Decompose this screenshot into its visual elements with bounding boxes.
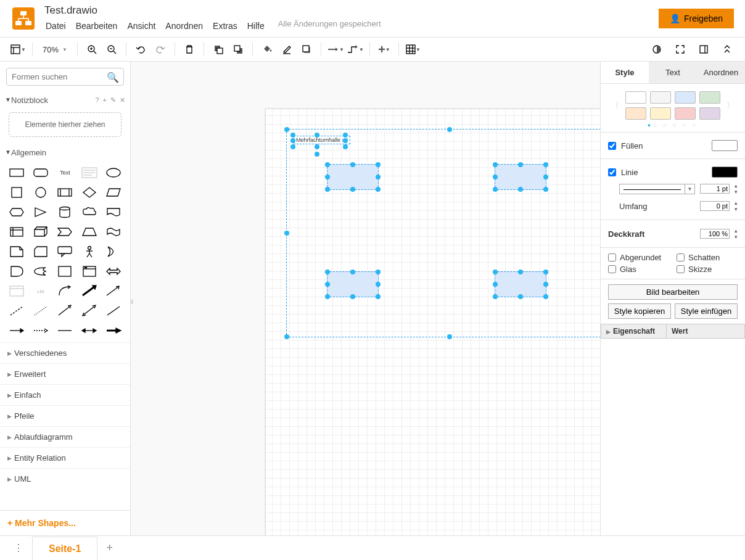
selected-shape-1[interactable] xyxy=(327,164,379,190)
menu-anordnen[interactable]: Anordnen xyxy=(162,19,209,33)
shape-actor[interactable] xyxy=(78,242,101,261)
swatch-purple[interactable] xyxy=(699,107,720,120)
shape-line-plain[interactable] xyxy=(102,302,125,320)
shape-biarrow-thin[interactable] xyxy=(78,302,101,320)
shape-rounded[interactable] xyxy=(29,163,52,182)
shape-ellipse[interactable] xyxy=(102,163,125,182)
shape-conn1[interactable] xyxy=(5,321,28,340)
connection-icon[interactable]: ▼ xyxy=(326,40,345,59)
fill-color-chip[interactable] xyxy=(712,140,738,151)
menu-ansicht[interactable]: Ansicht xyxy=(123,19,162,33)
shape-document[interactable] xyxy=(102,203,125,221)
shape-line-thin[interactable] xyxy=(54,302,76,320)
shape-line-dash[interactable] xyxy=(5,302,28,320)
insert-icon[interactable]: +▼ xyxy=(375,40,393,59)
zoom-out-icon[interactable] xyxy=(102,40,121,59)
format-panel-icon[interactable] xyxy=(694,40,713,59)
shape-card[interactable] xyxy=(29,242,52,261)
palette-general[interactable]: ▼Allgemein xyxy=(0,144,130,161)
search-icon[interactable]: 🔍 xyxy=(107,72,119,83)
shape-tape[interactable] xyxy=(102,223,125,241)
more-shapes-button[interactable]: + Mehr Shapes... xyxy=(0,510,130,535)
shape-conn2[interactable] xyxy=(29,321,52,340)
cat-entity[interactable]: ▶Entity Relation xyxy=(0,447,130,468)
edit-image-button[interactable]: Bild bearbeiten xyxy=(608,284,738,300)
shape-arrow-bi[interactable] xyxy=(102,262,125,281)
swatch-pager[interactable]: ●○ ○ ○ ○ ○ xyxy=(601,122,745,132)
paste-style-button[interactable]: Style einfügen xyxy=(675,303,738,319)
scratch-help-icon[interactable]: ? xyxy=(95,96,99,104)
shape-diamond[interactable] xyxy=(78,183,101,202)
swatch-orange[interactable] xyxy=(625,107,646,120)
theme-icon[interactable] xyxy=(648,40,666,59)
tab-arrange[interactable]: Anordnen xyxy=(697,62,745,83)
swatch-yellow[interactable] xyxy=(650,107,671,120)
waypoint-icon[interactable]: ▼ xyxy=(346,40,364,59)
property-table-header[interactable]: ▶Eigenschaft Wert xyxy=(601,324,745,339)
selected-shape-3[interactable] xyxy=(327,271,379,297)
sidebar-resize-handle[interactable]: || xyxy=(131,299,133,304)
shape-process[interactable] xyxy=(54,183,76,202)
shape-square[interactable] xyxy=(5,183,28,202)
line-width-input[interactable] xyxy=(700,184,730,194)
scratch-edit-icon[interactable]: ✎ xyxy=(110,96,116,104)
shape-or[interactable] xyxy=(102,242,125,261)
shape-line-dot[interactable] xyxy=(29,302,52,320)
shape-conn4[interactable] xyxy=(78,321,101,340)
swatch-grey[interactable] xyxy=(650,91,671,104)
glass-checkbox[interactable] xyxy=(608,265,616,273)
zoom-select[interactable]: 70%▼ xyxy=(38,45,72,54)
fill-checkbox[interactable] xyxy=(608,142,616,150)
filename[interactable]: Test.drawio xyxy=(41,4,659,17)
shape-triangle[interactable] xyxy=(29,203,52,221)
shadow-icon[interactable] xyxy=(297,40,316,59)
cat-pfeile[interactable]: ▶Pfeile xyxy=(0,405,130,426)
cat-uml[interactable]: ▶UML xyxy=(0,468,130,489)
to-front-icon[interactable] xyxy=(209,40,228,59)
shape-datastore[interactable] xyxy=(29,262,52,281)
swatch-blue[interactable] xyxy=(675,91,696,104)
cat-einfach[interactable]: ▶Einfach xyxy=(0,384,130,405)
fullscreen-icon[interactable] xyxy=(671,40,689,59)
scratch-close-icon[interactable]: ✕ xyxy=(120,96,125,104)
line-checkbox[interactable] xyxy=(608,168,616,176)
shape-callout[interactable] xyxy=(54,242,76,261)
rounded-checkbox[interactable] xyxy=(608,253,616,261)
cat-ablaufdiagramm[interactable]: ▶Ablaufdiagramm xyxy=(0,426,130,447)
swatch-red[interactable] xyxy=(675,107,696,120)
shape-conn5[interactable] xyxy=(102,321,125,340)
line-color-chip[interactable] xyxy=(712,167,738,178)
shape-rect[interactable] xyxy=(5,163,28,182)
menu-datei[interactable]: Datei xyxy=(42,19,72,33)
shape-hexagon[interactable] xyxy=(5,203,28,221)
shape-cube[interactable] xyxy=(29,223,52,241)
shape-textbox[interactable] xyxy=(78,163,101,182)
shadow-checkbox[interactable] xyxy=(677,253,685,261)
menu-hilfe[interactable]: Hilfe xyxy=(244,19,271,33)
shape-trapezoid[interactable] xyxy=(78,223,101,241)
selected-shape-4[interactable] xyxy=(495,271,546,297)
palette-scratchpad[interactable]: ▼Notizblock ?+✎✕ xyxy=(0,92,130,109)
cat-erweitert[interactable]: ▶Erweitert xyxy=(0,363,130,384)
tab-style[interactable]: Style xyxy=(601,62,649,83)
line-color-icon[interactable] xyxy=(278,40,296,59)
menu-bearbeiten[interactable]: Bearbeiten xyxy=(72,19,124,33)
swatch-green[interactable] xyxy=(699,91,720,104)
menu-extras[interactable]: Extras xyxy=(209,19,244,33)
share-button[interactable]: 👤 Freigeben xyxy=(659,9,734,28)
shape-parallelogram[interactable] xyxy=(102,183,125,202)
swatch-next-icon[interactable]: 〉 xyxy=(724,100,737,111)
table-icon[interactable]: ▼ xyxy=(404,40,422,59)
scratchpad-dropzone[interactable]: Elemente hierher ziehen xyxy=(9,112,121,137)
zoom-in-icon[interactable] xyxy=(83,40,101,59)
copy-style-button[interactable]: Style kopieren xyxy=(608,303,671,319)
sketch-checkbox[interactable] xyxy=(677,265,685,273)
shape-text[interactable]: Text xyxy=(54,163,76,182)
shape-list2[interactable]: List xyxy=(29,282,52,300)
swatch-white[interactable] xyxy=(625,91,646,104)
shape-cylinder[interactable] xyxy=(54,203,76,221)
shape-browser[interactable] xyxy=(78,262,101,281)
to-back-icon[interactable] xyxy=(229,40,247,59)
fill-color-icon[interactable] xyxy=(258,40,276,59)
collapse-icon[interactable] xyxy=(718,40,736,59)
